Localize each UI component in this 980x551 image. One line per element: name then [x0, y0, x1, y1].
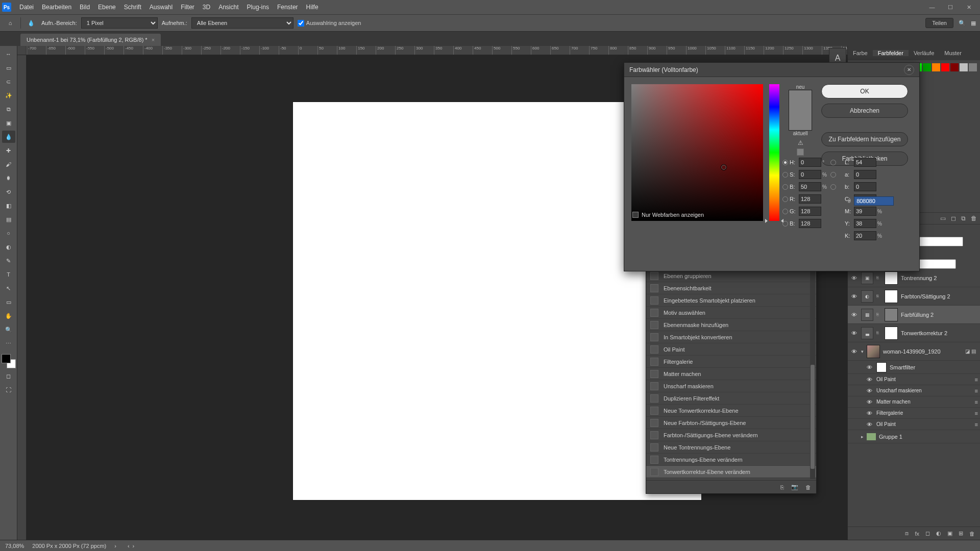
- smartfilter-item[interactable]: 👁 Matter machen ≡: [848, 396, 980, 408]
- l-input[interactable]: [854, 158, 876, 167]
- clip-icon[interactable]: ⧉: [961, 215, 966, 222]
- magic-wand-tool[interactable]: ✨: [2, 89, 15, 102]
- menu-bild[interactable]: Bild: [76, 4, 94, 11]
- hand-tool[interactable]: ✋: [2, 310, 15, 322]
- menu-filter[interactable]: Filter: [177, 4, 199, 11]
- radio-b[interactable]: [782, 184, 788, 190]
- layer-name[interactable]: Farbfüllung 2: [901, 312, 934, 318]
- history-brush-tool[interactable]: ⟲: [2, 186, 15, 198]
- history-item[interactable]: Ebenen gruppieren: [646, 270, 816, 282]
- menu-ebene[interactable]: Ebene: [94, 4, 120, 11]
- history-item[interactable]: Ebenenmaske hinzufügen: [646, 319, 816, 331]
- expand-icon[interactable]: ▾: [861, 349, 864, 354]
- menu-hilfe[interactable]: Hilfe: [302, 4, 323, 11]
- history-item[interactable]: Motiv auswählen: [646, 307, 816, 319]
- s-input[interactable]: [799, 170, 821, 179]
- visibility-icon[interactable]: 👁: [850, 330, 858, 336]
- lasso-tool[interactable]: ⊂: [2, 76, 15, 88]
- frame-tool[interactable]: ▣: [2, 117, 15, 129]
- document-tab[interactable]: Unbenannt-1 bei 73,1% (Farbfüllung 2, RG…: [20, 34, 161, 46]
- ruler-origin[interactable]: [17, 46, 27, 55]
- add-swatch-button[interactable]: Zu Farbfeldern hinzufügen: [821, 132, 908, 146]
- group-name[interactable]: Gruppe 1: [879, 434, 902, 440]
- share-button[interactable]: Teilen: [925, 18, 953, 28]
- smartfilter-item[interactable]: 👁 Oil Paint ≡: [848, 374, 980, 385]
- visibility-icon[interactable]: 👁: [865, 410, 873, 416]
- b-hsb-input[interactable]: [799, 182, 821, 191]
- adjustment-thumb[interactable]: ▦: [861, 309, 873, 321]
- radio-r[interactable]: [782, 196, 788, 202]
- doc-info-chevron[interactable]: ›: [114, 543, 116, 549]
- filter-options-icon[interactable]: ≡: [975, 399, 978, 405]
- history-item[interactable]: Filtergalerie: [646, 356, 816, 368]
- history-scrollbar[interactable]: [810, 271, 815, 479]
- delete-layer-icon[interactable]: 🗑: [969, 531, 975, 537]
- swatch[interactable]: [941, 63, 949, 71]
- layer-name[interactable]: woman-1439909_1920: [883, 348, 941, 355]
- visibility-icon[interactable]: 👁: [865, 388, 873, 394]
- color-field[interactable]: [631, 84, 763, 221]
- tab-farbe[interactable]: Farbe: [848, 50, 873, 56]
- hue-slider-handle[interactable]: [767, 219, 781, 222]
- home-icon[interactable]: ⌂: [4, 17, 16, 29]
- history-list[interactable]: Ebenen gruppierenEbenensichtbarkeitEinge…: [646, 270, 816, 480]
- swatch[interactable]: [923, 63, 931, 71]
- history-item[interactable]: Tonwertkorrektur-Ebene verändern: [646, 466, 816, 478]
- adjustment-thumb[interactable]: ▃: [861, 327, 873, 339]
- layer-name[interactable]: Tontrennung 2: [901, 275, 937, 281]
- menu-ansicht[interactable]: Ansicht: [214, 4, 242, 11]
- window-maximize[interactable]: ☐: [941, 0, 960, 14]
- crop-tool[interactable]: ⧉: [2, 103, 15, 115]
- k-input[interactable]: [854, 231, 876, 240]
- history-item[interactable]: In Smartobjekt konvertieren: [646, 331, 816, 343]
- filter-name[interactable]: Filtergalerie: [876, 410, 903, 416]
- add-swatch-warn-icon[interactable]: ⚠: [798, 139, 803, 146]
- tab-muster[interactable]: Muster: [939, 50, 967, 56]
- filter-name[interactable]: Matter machen: [876, 399, 911, 405]
- eyedropper-tool[interactable]: 💧: [2, 131, 15, 143]
- artboard-tool[interactable]: ▭: [2, 62, 15, 74]
- visibility-icon[interactable]: 👁: [850, 275, 858, 281]
- stamp-tool[interactable]: ⧯: [2, 172, 15, 184]
- filter-options-icon[interactable]: ≡: [975, 410, 978, 416]
- brush-tool[interactable]: 🖌: [2, 158, 15, 170]
- layer-mask-thumb[interactable]: [885, 327, 898, 340]
- radio-s[interactable]: [782, 172, 788, 178]
- move-tool[interactable]: ↔: [2, 48, 15, 60]
- menu-auswahl[interactable]: Auswahl: [145, 4, 177, 11]
- visibility-icon[interactable]: 👁: [850, 293, 858, 299]
- edit-toolbar[interactable]: ⋯: [2, 337, 15, 349]
- smartfilter-item[interactable]: 👁 Unscharf maskieren ≡: [848, 385, 980, 396]
- workspace-icon[interactable]: ▦: [971, 20, 976, 27]
- visibility-icon[interactable]: 👁: [865, 421, 873, 428]
- history-item[interactable]: Ebenensichtbarkeit: [646, 282, 816, 294]
- history-item[interactable]: Oil Paint: [646, 343, 816, 356]
- menu-plugins[interactable]: Plug-ins: [243, 4, 273, 11]
- layer-mask-thumb[interactable]: [885, 290, 898, 303]
- y-input[interactable]: [854, 219, 876, 228]
- adjustment-layer-icon[interactable]: ◐: [936, 530, 941, 537]
- layer-row[interactable]: 👁 ▦ ⎘ Farbfüllung 2: [848, 306, 980, 324]
- filter-name[interactable]: Unscharf maskieren: [876, 388, 922, 393]
- layer-name[interactable]: Farbton/Sättigung 2: [901, 293, 950, 299]
- search-icon[interactable]: 🔍: [959, 20, 966, 27]
- history-item[interactable]: Farbton-/Sättigungs-Ebene verändern: [646, 429, 816, 441]
- history-item[interactable]: Unscharf maskieren: [646, 380, 816, 392]
- menu-bearbeiten[interactable]: Bearbeiten: [38, 4, 76, 11]
- layer-row[interactable]: 👁 ▃ ⎘ Tonwertkorrektur 2: [848, 324, 980, 342]
- tab-farbfelder[interactable]: Farbfelder: [873, 50, 909, 56]
- heal-tool[interactable]: ✚: [2, 144, 15, 157]
- visibility-icon[interactable]: 👁: [850, 312, 858, 318]
- history-item[interactable]: Eingebettetes Smartobjekt platzieren: [646, 294, 816, 307]
- show-ring-input[interactable]: [298, 20, 304, 27]
- current-color-box[interactable]: [789, 110, 812, 131]
- expand-icon[interactable]: ▸: [861, 434, 864, 439]
- sample-mode-select[interactable]: Alle Ebenen: [191, 17, 293, 29]
- layer-mask-thumb[interactable]: [885, 271, 898, 285]
- link-layers-icon[interactable]: ⧈: [905, 530, 909, 537]
- history-item[interactable]: Duplizieren Filtereffekt: [646, 392, 816, 405]
- prev-icon[interactable]: ‹: [128, 543, 130, 549]
- mask-icon[interactable]: ▭: [940, 215, 946, 222]
- show-ring-checkbox[interactable]: Auswahlring anzeigen: [298, 20, 361, 27]
- radio-lab-b[interactable]: [830, 184, 836, 190]
